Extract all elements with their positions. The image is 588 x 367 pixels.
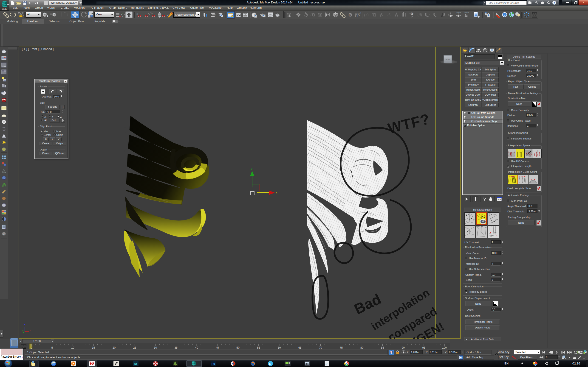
svg-text:40: 40 <box>195 346 199 349</box>
svg-text:EN: EN <box>504 362 509 365</box>
svg-text:%: % <box>150 12 153 15</box>
svg-text:convert: convert <box>355 12 361 14</box>
svg-text:WSM: WSM <box>456 11 461 14</box>
svg-text:30: 30 <box>154 346 157 349</box>
svg-text:02:16: 02:16 <box>572 362 580 365</box>
svg-text:85: 85 <box>381 346 384 349</box>
svg-text:?: ? <box>504 13 506 17</box>
svg-text:65: 65 <box>298 346 302 349</box>
svg-text:S: S <box>269 362 271 366</box>
svg-text:60: 60 <box>278 346 281 349</box>
svg-text:G: G <box>411 13 413 15</box>
svg-text:100: 100 <box>442 346 447 349</box>
svg-text:y: y <box>22 329 24 332</box>
svg-text:MXD: MXD <box>2 8 7 10</box>
svg-text:EP: EP <box>355 14 360 18</box>
svg-text:70: 70 <box>319 346 322 349</box>
svg-text:1: 1 <box>206 15 207 18</box>
svg-text:80: 80 <box>360 346 363 349</box>
svg-text:25: 25 <box>133 346 137 349</box>
svg-text:3: 3 <box>137 12 138 16</box>
svg-text:?: ? <box>3 232 5 235</box>
svg-text:x: x <box>29 329 31 332</box>
svg-text:75: 75 <box>340 346 343 349</box>
svg-text:WTF?: WTF? <box>386 110 432 137</box>
svg-text:50: 50 <box>236 346 240 349</box>
svg-text:90: 90 <box>402 346 405 349</box>
svg-text:y: y <box>251 167 253 170</box>
svg-text:15: 15 <box>92 346 95 349</box>
svg-text:0: 0 <box>31 346 32 349</box>
svg-text:Bad: Bad <box>352 291 384 318</box>
svg-text:x: x <box>276 191 277 194</box>
svg-text:M: M <box>134 362 137 366</box>
svg-text:20: 20 <box>112 346 116 349</box>
svg-text:95: 95 <box>422 346 425 349</box>
svg-text:HF: HF <box>2 192 4 194</box>
svg-text:5: 5 <box>52 346 53 349</box>
svg-text:35: 35 <box>174 346 178 349</box>
svg-text:45: 45 <box>216 346 219 349</box>
svg-text:z: z <box>24 323 25 327</box>
svg-text:WSM: WSM <box>464 11 469 14</box>
svg-text:Ps: Ps <box>212 362 215 365</box>
svg-text:10: 10 <box>71 346 74 349</box>
svg-text:55: 55 <box>257 346 260 349</box>
